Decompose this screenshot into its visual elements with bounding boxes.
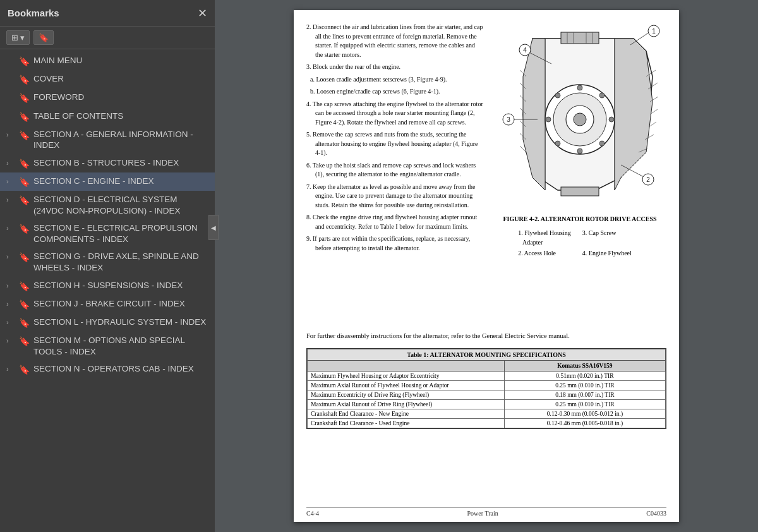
svg-text:4: 4 — [523, 47, 527, 54]
svg-point-6 — [577, 85, 582, 90]
table-row: Crankshaft End Clearance - New Engine0.1… — [308, 409, 666, 419]
svg-point-8 — [546, 117, 551, 122]
page-footer: C4-4 Power Train C04033 — [306, 507, 666, 517]
collapse-sidebar-button[interactable]: ◀ — [208, 215, 219, 240]
chevron-icon: › — [6, 317, 15, 327]
table-cell-value: 0.25 mm (0.010 in.) TIR — [504, 381, 665, 390]
chevron-icon: › — [6, 129, 15, 139]
bookmark-label: SECTION L - HYDRAULIC SYSTEM - INDEX — [33, 317, 210, 328]
table-header-value: Komatus SSA16V159 — [504, 361, 665, 372]
chevron-icon: › — [6, 280, 15, 290]
chevron-icon — [6, 73, 15, 75]
further-text: For further disassembly instructions for… — [306, 331, 666, 341]
bookmark-label: SECTION E - ELECTRICAL PROPULSION COMPON… — [33, 222, 210, 245]
bookmark-icon: 🔖 — [19, 222, 30, 234]
chevron-icon — [6, 111, 15, 112]
table-cell-label: Crankshaft End Clearance - New Engine — [308, 409, 505, 419]
bookmark-icon: 🔖 — [19, 317, 30, 329]
bookmark-item-section-e[interactable]: ›🔖SECTION E - ELECTRICAL PROPULSION COMP… — [0, 219, 215, 248]
svg-point-9 — [609, 117, 614, 122]
doc-step: 7. Keep the alternator as level as possi… — [306, 183, 483, 210]
chevron-icon: › — [6, 194, 15, 204]
svg-point-7 — [577, 148, 582, 154]
bookmark-item-toc[interactable]: 🔖TABLE OF CONTENTS — [0, 107, 215, 126]
doc-step: 8. Check the engine drive ring and flywh… — [306, 213, 483, 231]
svg-point-12 — [555, 141, 560, 146]
chevron-icon: › — [6, 335, 15, 345]
bookmark-item-section-l[interactable]: ›🔖SECTION L - HYDRAULIC SYSTEM - INDEX — [0, 313, 215, 332]
bookmark-icon: 🔖 — [19, 73, 30, 85]
bookmark-label: FOREWORD — [33, 92, 210, 103]
footer-section: Power Train — [467, 510, 498, 517]
bookmark-icon: 🔖 — [19, 335, 30, 347]
bookmark-item-section-j[interactable]: ›🔖SECTION J - BRAKE CIRCUIT - INDEX — [0, 295, 215, 313]
bookmark-item-section-b[interactable]: ›🔖SECTION B - STRUCTURES - INDEX — [0, 154, 215, 172]
chevron-icon: › — [6, 157, 15, 167]
legend-item-3: 3. Cap Screw — [582, 228, 642, 247]
spec-table-body: Maximum Flywheel Housing or Adaptor Ecce… — [308, 372, 666, 428]
bookmark-label: SECTION C - ENGINE - INDEX — [33, 176, 210, 187]
diagram-legend: 1. Flywheel Housing Adapter 3. Cap Screw… — [517, 227, 643, 259]
close-button[interactable]: ✕ — [198, 8, 207, 19]
bookmark-item-section-n[interactable]: ›🔖SECTION N - OPERATORS CAB - INDEX — [0, 360, 215, 378]
alternator-diagram: 1 2 3 4 — [495, 23, 665, 212]
bookmark-item-section-a[interactable]: ›🔖SECTION A - GENERAL INFORMATION - INDE… — [0, 126, 215, 154]
bookmark-icon: 🔖 — [19, 55, 30, 67]
bookmark-view-button[interactable]: 🔖 — [33, 30, 54, 45]
dropdown-arrow-icon: ▾ — [20, 33, 25, 42]
bookmark-icon: 🔖 — [19, 111, 30, 123]
doc-step: 3. Block under the rear of the engine. — [306, 63, 483, 72]
footer-doc-num: C04033 — [646, 510, 666, 517]
table-title: Table 1: ALTERNATOR MOUNTING SPECIFICATI… — [308, 349, 666, 361]
bookmark-item-section-m[interactable]: ›🔖SECTION M - OPTIONS AND SPECIAL TOOLS … — [0, 332, 215, 360]
bookmark-icon: 🔖 — [19, 298, 30, 310]
svg-point-5 — [574, 113, 586, 126]
bookmark-label: SECTION D - ELECTRICAL SYSTEM (24VDC NON… — [33, 194, 210, 216]
bookmark-item-section-g[interactable]: ›🔖SECTION G - DRIVE AXLE, SPINDLE AND WH… — [0, 248, 215, 276]
table-row: Maximum Axial Runout of Flywheel Housing… — [308, 381, 666, 390]
table-row: Maximum Flywheel Housing or Adaptor Ecce… — [308, 372, 666, 381]
spec-table-section: Table 1: ALTERNATOR MOUNTING SPECIFICATI… — [306, 348, 666, 429]
bookmark-item-section-d[interactable]: ›🔖SECTION D - ELECTRICAL SYSTEM (24VDC N… — [0, 191, 215, 219]
legend-item-1: 1. Flywheel Housing Adapter — [518, 228, 581, 247]
sidebar: Bookmarks ✕ ⊞ ▾ 🔖 🔖MAIN MENU🔖COVER🔖FOREW… — [0, 0, 215, 532]
expand-all-button[interactable]: ⊞ ▾ — [6, 30, 30, 45]
doc-step: 9. If parts are not within the specifica… — [306, 234, 483, 253]
doc-step: 4. The cap screws attaching the engine f… — [306, 100, 483, 128]
table-cell-value: 0.18 mm (0.007 in.) TIR — [504, 390, 665, 400]
svg-text:2: 2 — [646, 176, 650, 183]
table-cell-value: 0.25 mm (0.010 in.) TIR — [504, 400, 665, 409]
chevron-icon: › — [6, 363, 15, 373]
bookmark-label: COVER — [33, 73, 210, 85]
chevron-icon: › — [6, 251, 15, 261]
table-header-label — [308, 361, 505, 372]
table-cell-label: Maximum Axial Runout of Flywheel Housing… — [308, 381, 505, 390]
expand-grid-icon: ⊞ — [11, 33, 18, 42]
sidebar-header: Bookmarks ✕ — [0, 0, 215, 27]
footer-page-num: C4-4 — [306, 510, 319, 517]
bookmark-label: SECTION J - BRAKE CIRCUIT - INDEX — [33, 298, 210, 310]
bookmark-item-main-menu[interactable]: 🔖MAIN MENU — [0, 52, 215, 70]
bookmark-icon: 🔖 — [39, 33, 49, 42]
doc-step: 2. Disconnect the air and lubrication li… — [306, 23, 483, 59]
bookmark-icon: 🔖 — [19, 129, 30, 141]
bookmark-icon: 🔖 — [19, 251, 30, 263]
bookmark-item-cover[interactable]: 🔖COVER — [0, 70, 215, 88]
bookmark-icon: 🔖 — [19, 176, 30, 188]
bookmark-item-section-h[interactable]: ›🔖SECTION H - SUSPENSIONS - INDEX — [0, 277, 215, 295]
table-cell-label: Maximum Flywheel Housing or Adaptor Ecce… — [308, 372, 505, 381]
table-cell-value: 0.12-0.46 mm (0.005-0.018 in.) — [504, 419, 665, 428]
page-container: 2. Disconnect the air and lubrication li… — [294, 10, 679, 522]
bookmark-item-section-c[interactable]: ›🔖SECTION C - ENGINE - INDEX — [0, 172, 215, 191]
chevron-icon: › — [6, 298, 15, 308]
table-cell-label: Maximum Axial Runout of Drive Ring (Flyw… — [308, 400, 505, 409]
chevron-icon: › — [6, 222, 15, 233]
doc-text: 2. Disconnect the air and lubrication li… — [306, 23, 483, 326]
svg-point-10 — [555, 93, 560, 98]
legend-item-2: 2. Access Hole — [518, 248, 581, 258]
spec-table: Table 1: ALTERNATOR MOUNTING SPECIFICATI… — [307, 349, 666, 428]
bookmark-item-foreword[interactable]: 🔖FOREWORD — [0, 88, 215, 107]
bookmark-icon: 🔖 — [19, 157, 30, 169]
svg-rect-23 — [561, 187, 599, 196]
svg-text:3: 3 — [507, 116, 510, 123]
